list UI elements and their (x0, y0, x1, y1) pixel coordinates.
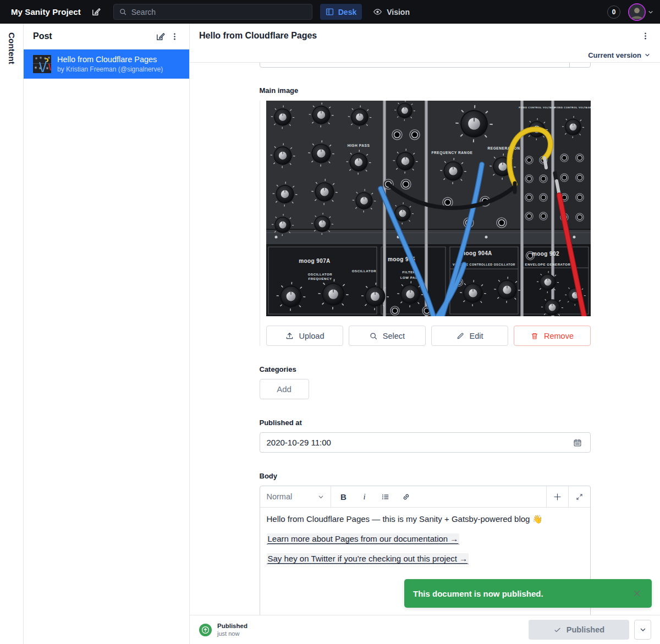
version-label: Current version (588, 51, 641, 59)
slug-input[interactable] (260, 63, 569, 67)
photo-label-fixed-cv: FIXED CONTROL VOLTAGE (519, 106, 556, 109)
photo-label-moog-902: moog 902 (532, 251, 559, 257)
toast-close-button[interactable] (630, 586, 644, 601)
chevron-down-icon (648, 9, 653, 15)
tab-desk[interactable]: Desk (320, 4, 362, 20)
pencil-icon (456, 332, 465, 340)
global-search[interactable] (113, 4, 312, 20)
link-button[interactable] (398, 488, 415, 505)
trash-icon (530, 332, 539, 340)
compose-icon (91, 7, 101, 17)
tab-vision[interactable]: Vision (367, 4, 415, 20)
bold-button[interactable]: B (336, 488, 352, 505)
close-icon (632, 588, 642, 598)
list-item-title: Hello from Cloudflare Pages (57, 55, 163, 64)
desk-icon (326, 8, 334, 16)
slug-generate-button[interactable] (569, 63, 590, 67)
project-title: My Sanity Project (11, 7, 81, 16)
chevron-down-icon (640, 626, 646, 633)
categories-label: Categories (260, 365, 591, 373)
paragraph-style-select[interactable]: Normal (260, 486, 331, 507)
photo-label-frequency: FREQUENCY (308, 277, 332, 280)
sidebar-item-content[interactable]: Content (7, 32, 16, 644)
workspace: Content Post (0, 24, 660, 644)
main-image-label: Main image (260, 86, 591, 95)
select-button[interactable]: Select (349, 326, 426, 346)
image-actions: Upload Select (266, 326, 591, 346)
search-icon (119, 8, 127, 16)
published-status-icon (199, 624, 212, 636)
calendar-icon (573, 438, 582, 448)
version-selector[interactable]: Current version (588, 51, 650, 59)
create-new-post-button[interactable] (153, 29, 168, 44)
published-at-field: Published at (260, 419, 591, 453)
photo-label-regeneration: REGENERATION (487, 146, 520, 150)
dots-vertical-icon (641, 31, 650, 41)
user-menu[interactable] (628, 3, 653, 21)
bullet-list-button[interactable] (377, 488, 394, 505)
categories-field: Categories Add (260, 365, 591, 399)
document-menu-button[interactable] (639, 29, 652, 43)
top-navbar: My Sanity Project Desk Vision 0 (0, 0, 660, 24)
publish-menu-button[interactable] (634, 620, 651, 640)
photo-label-frequency-range: FREQUENCY RANGE (431, 151, 472, 155)
list-pane-title: Post (33, 31, 153, 41)
publish-toast: This document is now published. (404, 579, 652, 608)
document-header: Hello from Cloudflare Pages Current vers… (190, 24, 660, 63)
tab-vision-label: Vision (387, 8, 410, 16)
compose-icon (155, 31, 166, 42)
sanity-studio: My Sanity Project Desk Vision 0 (0, 0, 660, 644)
insert-block-button[interactable] (546, 486, 568, 507)
photo-label-oscillator: OSCILLATOR (351, 269, 376, 273)
plus-icon (553, 492, 562, 502)
add-category-button[interactable]: Add (260, 379, 309, 399)
photo-label-envelope-generator: ENVELOPE GENERATOR (525, 263, 570, 266)
list-menu-button[interactable] (168, 30, 182, 43)
chevron-down-icon (645, 52, 650, 58)
body-label: Body (260, 472, 591, 480)
slug-field-cutoff (260, 63, 591, 68)
list-item[interactable]: Hello from Cloudflare Pages by Kristian … (24, 49, 189, 79)
expand-editor-button[interactable] (568, 486, 590, 507)
status-count-badge[interactable]: 0 (607, 5, 620, 19)
bullet-list-icon (381, 492, 390, 502)
main-image-preview[interactable]: HIGH PASS FREQUENCY RANGE REGENERATION F… (266, 101, 591, 316)
check-icon (553, 626, 562, 634)
published-at-label: Published at (260, 419, 591, 427)
photo-label-oscillator: OSCILLATOR (307, 273, 332, 276)
document-editor-pane: Hello from Cloudflare Pages Current vers… (190, 24, 660, 644)
document-footer: Published just now Published (190, 615, 660, 644)
body-link: Say hey on Twitter if you're checking ou… (267, 553, 469, 564)
chevron-down-icon (318, 494, 324, 500)
list-pane-header: Post (24, 24, 189, 49)
status-title: Published (217, 623, 248, 629)
main-image-field: Main image (260, 86, 591, 346)
dots-vertical-icon (170, 32, 179, 41)
photo-label-moog-904a: moog 904A (460, 250, 492, 256)
search-input[interactable] (131, 8, 307, 16)
expand-icon (575, 493, 584, 501)
publish-button[interactable]: Published (529, 620, 629, 640)
upload-icon (285, 331, 294, 340)
tab-desk-label: Desk (338, 8, 356, 16)
photo-label-moog-907a: moog 907A (299, 258, 331, 264)
edit-button[interactable]: Edit (431, 326, 508, 346)
editor-toolbar: Normal B i (260, 486, 590, 508)
new-document-button[interactable] (89, 4, 103, 19)
calendar-button[interactable] (570, 436, 585, 450)
italic-button[interactable]: i (356, 488, 373, 505)
remove-button[interactable]: Remove (514, 326, 591, 346)
document-list-pane: Post Hello from Cloudflare Pages (24, 24, 190, 644)
document-title: Hello from Cloudflare Pages (199, 31, 639, 41)
eye-icon (373, 7, 382, 16)
avatar (628, 3, 646, 21)
published-at-input[interactable] (267, 438, 570, 447)
photo-label-fixed-cv: FIXED CONTROL VOLTAGE (554, 106, 591, 109)
body-paragraph: Hello from Cloudflare Pages — this is my… (267, 515, 584, 524)
upload-button[interactable]: Upload (266, 326, 343, 346)
form-scroll-area[interactable]: Main image (190, 63, 660, 615)
photo-label-high-pass: HIGH PASS (347, 144, 370, 147)
link-icon (402, 492, 411, 502)
status-time: just now (217, 630, 248, 637)
post-thumbnail (33, 55, 51, 73)
